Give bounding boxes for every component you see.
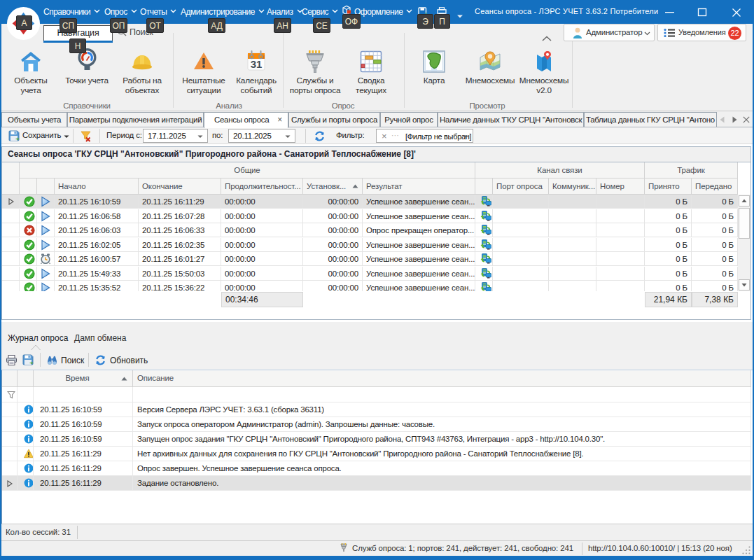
svg-text:31: 31 [251,58,263,70]
